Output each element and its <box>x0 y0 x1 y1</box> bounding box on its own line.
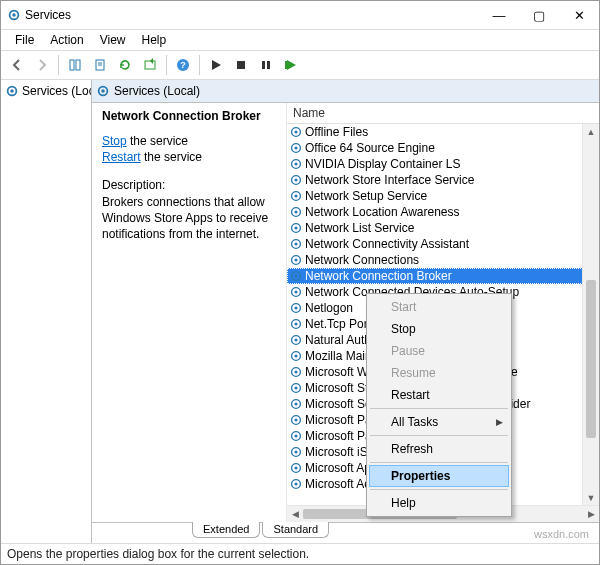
restart-link[interactable]: Restart <box>102 150 141 164</box>
vertical-scrollbar[interactable]: ▲ ▼ <box>582 124 599 506</box>
menu-separator <box>370 489 508 490</box>
content-header: Services (Local) <box>92 80 599 103</box>
services-app-icon <box>7 8 21 22</box>
service-row[interactable]: Network List Service <box>287 220 599 236</box>
stop-service-button[interactable] <box>229 53 253 77</box>
svg-point-43 <box>294 306 297 309</box>
svg-point-1 <box>12 13 16 17</box>
description-label: Description: <box>102 177 276 193</box>
back-button[interactable] <box>5 53 29 77</box>
svg-point-29 <box>294 194 297 197</box>
service-gear-icon <box>289 221 303 235</box>
start-service-button[interactable] <box>204 53 228 77</box>
tree-root-services[interactable]: Services (Local) <box>1 82 91 100</box>
toolbar-separator <box>58 55 59 75</box>
refresh-button[interactable] <box>113 53 137 77</box>
export-list-button[interactable] <box>138 53 162 77</box>
scroll-up-icon[interactable]: ▲ <box>583 124 599 140</box>
svg-point-47 <box>294 338 297 341</box>
svg-rect-11 <box>237 61 245 69</box>
service-name: Network Setup Service <box>305 189 427 203</box>
menu-help[interactable]: Help <box>134 31 175 49</box>
service-name: Network List Service <box>305 221 414 235</box>
properties-button[interactable] <box>88 53 112 77</box>
svg-point-51 <box>294 370 297 373</box>
service-row[interactable]: Network Connectivity Assistant <box>287 236 599 252</box>
svg-point-35 <box>294 242 297 245</box>
scroll-track[interactable] <box>583 140 599 490</box>
ctx-start[interactable]: Start <box>369 296 509 318</box>
column-header-name[interactable]: Name <box>287 103 599 124</box>
service-name: Netlogon <box>305 301 353 315</box>
svg-point-59 <box>294 434 297 437</box>
scroll-right-icon[interactable]: ▶ <box>583 506 599 522</box>
service-row[interactable]: Network Location Awareness <box>287 204 599 220</box>
menu-separator <box>370 462 508 463</box>
menu-action[interactable]: Action <box>42 31 91 49</box>
console-tree: Services (Local) <box>1 80 92 543</box>
ctx-alltasks[interactable]: All Tasks ▶ <box>369 411 509 433</box>
close-button[interactable]: ✕ <box>559 1 599 29</box>
svg-point-17 <box>10 89 14 93</box>
svg-point-27 <box>294 178 297 181</box>
svg-point-63 <box>294 466 297 469</box>
menu-separator <box>370 408 508 409</box>
ctx-properties[interactable]: Properties <box>369 465 509 487</box>
tab-extended[interactable]: Extended <box>192 522 260 538</box>
ctx-resume[interactable]: Resume <box>369 362 509 384</box>
content-pane: Services (Local) Network Connection Brok… <box>92 80 599 543</box>
selected-service-title: Network Connection Broker <box>102 109 276 123</box>
service-gear-icon <box>289 125 303 139</box>
ctx-restart[interactable]: Restart <box>369 384 509 406</box>
stop-suffix: the service <box>127 134 188 148</box>
forward-button[interactable] <box>30 53 54 77</box>
restart-service-button[interactable] <box>279 53 303 77</box>
ctx-pause[interactable]: Pause <box>369 340 509 362</box>
service-gear-icon <box>289 381 303 395</box>
ctx-properties-label: Properties <box>391 469 450 483</box>
service-description: Description: Brokers connections that al… <box>102 177 276 242</box>
service-name: Network Connection Broker <box>305 269 452 283</box>
svg-point-33 <box>294 226 297 229</box>
service-name: Offline Files <box>305 125 368 139</box>
show-hide-tree-button[interactable] <box>63 53 87 77</box>
service-gear-icon <box>289 413 303 427</box>
ctx-alltasks-label: All Tasks <box>391 415 438 429</box>
service-gear-icon <box>289 349 303 363</box>
service-gear-icon <box>289 461 303 475</box>
service-row[interactable]: Offline Files <box>287 124 599 140</box>
tab-standard[interactable]: Standard <box>262 522 329 538</box>
toolbar-separator <box>166 55 167 75</box>
service-row[interactable]: Network Store Interface Service <box>287 172 599 188</box>
menu-file[interactable]: File <box>7 31 42 49</box>
service-row[interactable]: Network Setup Service <box>287 188 599 204</box>
scroll-thumb[interactable] <box>586 280 596 438</box>
service-row[interactable]: Office 64 Source Engine <box>287 140 599 156</box>
help-button[interactable]: ? <box>171 53 195 77</box>
pause-service-button[interactable] <box>254 53 278 77</box>
ctx-help[interactable]: Help <box>369 492 509 514</box>
service-row[interactable]: NVIDIA Display Container LS <box>287 156 599 172</box>
menu-view[interactable]: View <box>92 31 134 49</box>
svg-point-55 <box>294 402 297 405</box>
service-gear-icon <box>289 189 303 203</box>
context-menu: Start Stop Pause Resume Restart All Task… <box>366 293 512 517</box>
scroll-down-icon[interactable]: ▼ <box>583 490 599 506</box>
scroll-left-icon[interactable]: ◀ <box>287 506 303 522</box>
stop-link[interactable]: Stop <box>102 134 127 148</box>
svg-point-25 <box>294 162 297 165</box>
view-tabs: Extended Standard <box>92 523 599 543</box>
svg-point-61 <box>294 450 297 453</box>
service-name: Network Store Interface Service <box>305 173 474 187</box>
svg-point-31 <box>294 210 297 213</box>
service-gear-icon <box>289 333 303 347</box>
ctx-refresh[interactable]: Refresh <box>369 438 509 460</box>
service-row[interactable]: Network Connections <box>287 252 599 268</box>
service-row[interactable]: Network Connection Broker <box>287 268 599 284</box>
minimize-button[interactable]: — <box>479 1 519 29</box>
services-window: Services — ▢ ✕ File Action View Help ? <box>0 0 600 565</box>
service-actions: Stop the service Restart the service <box>102 133 276 165</box>
svg-text:?: ? <box>180 60 186 70</box>
maximize-button[interactable]: ▢ <box>519 1 559 29</box>
ctx-stop[interactable]: Stop <box>369 318 509 340</box>
